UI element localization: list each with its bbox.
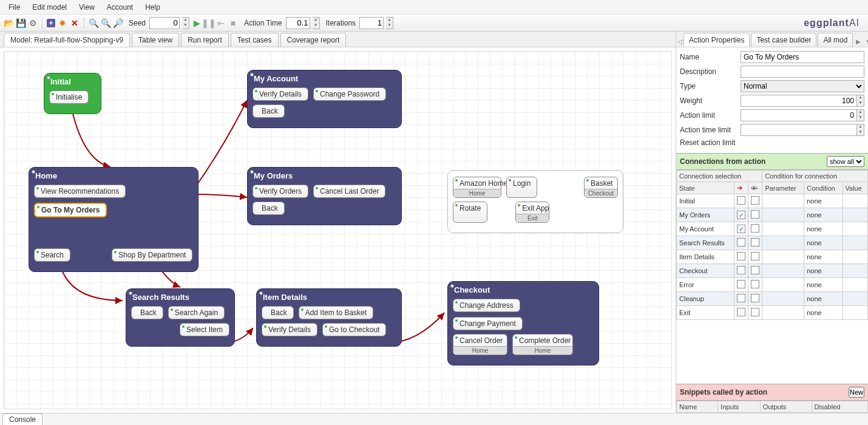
action-verify-details[interactable]: Verify Details [253, 87, 308, 101]
conn-arrow-check[interactable] [734, 208, 748, 222]
action-back[interactable]: Back [131, 306, 163, 319]
play-icon[interactable]: ▶ [192, 18, 202, 28]
conn-parameter[interactable] [762, 208, 804, 222]
conn-arrow-check[interactable] [734, 194, 748, 208]
action-basket[interactable]: BasketCheckout [584, 177, 618, 198]
console-tab[interactable]: Console [2, 413, 42, 425]
menu-account[interactable]: Account [101, 1, 139, 13]
menu-help[interactable]: Help [139, 1, 166, 13]
conn-arrow-check[interactable] [734, 306, 748, 320]
conn-state[interactable]: My Account [677, 222, 734, 236]
action-change-payment[interactable]: Change Payment [453, 317, 523, 330]
add-icon[interactable]: + [47, 19, 55, 27]
conn-state[interactable]: Exit [677, 306, 734, 320]
action-login[interactable]: Login [506, 177, 537, 198]
action-time-input[interactable] [286, 17, 310, 29]
action-amazon-home[interactable]: Amazon HomeHome [453, 177, 501, 198]
tab-dropdown-icon[interactable]: ▼ [864, 38, 868, 47]
model-canvas[interactable]: Initial Initialise Home View Recommendat… [4, 51, 672, 409]
col-snippet-disabled[interactable]: Disabled [812, 401, 867, 413]
action-shop-by-department[interactable]: Shop By Department [112, 248, 192, 262]
tab-action-properties[interactable]: Action Properties [683, 33, 750, 47]
col-state[interactable]: State [677, 182, 734, 194]
conn-arrow-check[interactable] [734, 278, 748, 292]
conn-eye-check[interactable] [748, 250, 762, 264]
action-time-spinner[interactable]: ▲▼ [313, 17, 320, 29]
conn-state[interactable]: Checkout [677, 264, 734, 278]
conn-value[interactable] [843, 208, 867, 222]
seed-input[interactable] [149, 17, 180, 29]
conn-arrow-check[interactable] [734, 292, 748, 306]
tab-scroll-right-icon[interactable]: ▶ [854, 38, 863, 47]
conn-condition[interactable]: none [804, 264, 843, 278]
col-value[interactable]: Value [843, 182, 867, 194]
iterations-spinner[interactable]: ▲▼ [386, 17, 393, 29]
conn-arrow-check[interactable] [734, 222, 748, 236]
iterations-input[interactable] [359, 17, 384, 29]
col-eye-icon[interactable]: 👁 [748, 182, 762, 194]
state-home[interactable]: Home View Recommendations Go To My Order… [29, 167, 198, 272]
conn-condition[interactable]: none [804, 306, 843, 320]
conn-eye-check[interactable] [748, 278, 762, 292]
description-input[interactable] [741, 66, 864, 78]
conn-parameter[interactable] [762, 306, 804, 320]
conn-eye-check[interactable] [748, 222, 762, 236]
col-snippet-outputs[interactable]: Outputs [760, 401, 812, 413]
conn-eye-check[interactable] [748, 292, 762, 306]
action-change-password[interactable]: Change Password [313, 87, 386, 101]
menu-view[interactable]: View [73, 1, 101, 13]
conn-eye-check[interactable] [748, 208, 762, 222]
zoom-out-icon[interactable]: 🔍 [101, 18, 110, 28]
conn-arrow-check[interactable] [734, 250, 748, 264]
state-misc[interactable]: Amazon HomeHome Login BasketCheckout Rot… [447, 170, 623, 233]
action-add-item-to-basket[interactable]: Add Item to Basket [299, 306, 373, 319]
tab-coverage[interactable]: Coverage report [280, 33, 347, 47]
tab-all-models[interactable]: All mod [818, 33, 853, 47]
weight-input[interactable] [741, 95, 857, 107]
action-back[interactable]: Back [253, 202, 285, 215]
action-cancel-last-order[interactable]: Cancel Last Order [313, 185, 385, 198]
col-snippet-inputs[interactable]: Inputs [718, 401, 760, 413]
conn-parameter[interactable] [762, 264, 804, 278]
action-verify-details[interactable]: Verify Details [262, 323, 317, 336]
action-initialise[interactable]: Initialise [49, 90, 89, 104]
conn-parameter[interactable] [762, 236, 804, 250]
conn-condition[interactable]: none [804, 194, 843, 208]
conn-parameter[interactable] [762, 292, 804, 306]
col-parameter[interactable]: Parameter [762, 182, 804, 194]
conn-state[interactable]: Search Results [677, 236, 734, 250]
action-change-address[interactable]: Change Address [453, 299, 520, 312]
conn-value[interactable] [843, 292, 867, 306]
state-checkout[interactable]: Checkout Change Address Change Payment C… [447, 281, 599, 365]
action-rotate[interactable]: Rotate [453, 202, 487, 223]
conn-state[interactable]: Error [677, 278, 734, 292]
action-cancel-order[interactable]: Cancel OrderHome [453, 334, 507, 355]
action-select-item[interactable]: Select Item [180, 323, 229, 336]
conn-value[interactable] [843, 194, 867, 208]
conn-condition[interactable]: none [804, 208, 843, 222]
pause-icon[interactable]: ❚❚ [204, 18, 214, 28]
snippets-new-button[interactable]: New [849, 387, 864, 398]
connections-filter[interactable]: show all [827, 156, 864, 167]
state-search-results[interactable]: Search Results Back Search Again Select … [126, 288, 235, 347]
conn-arrow-check[interactable] [734, 236, 748, 250]
conn-value[interactable] [843, 264, 867, 278]
stop-icon[interactable]: ■ [228, 18, 238, 28]
conn-condition[interactable]: none [804, 236, 843, 250]
conn-state[interactable]: Initial [677, 194, 734, 208]
action-go-to-my-orders[interactable]: Go To My Orders [34, 203, 107, 217]
action-limit-spinner[interactable]: ▲▼ [857, 109, 864, 121]
conn-parameter[interactable] [762, 222, 804, 236]
conn-eye-check[interactable] [748, 306, 762, 320]
save-icon[interactable]: 💾 [16, 18, 25, 28]
conn-eye-check[interactable] [748, 194, 762, 208]
zoom-in-icon[interactable]: 🔎 [113, 18, 123, 28]
conn-parameter[interactable] [762, 278, 804, 292]
conn-eye-check[interactable] [748, 264, 762, 278]
tab-scroll-left-icon[interactable]: ◁ [677, 38, 682, 47]
conn-value[interactable] [843, 250, 867, 264]
state-item-details[interactable]: Item Details Back Add Item to Basket Ver… [256, 288, 402, 347]
seed-spinner[interactable]: ▲▼ [182, 17, 189, 29]
conn-value[interactable] [843, 278, 867, 292]
action-back[interactable]: Back [253, 104, 285, 118]
